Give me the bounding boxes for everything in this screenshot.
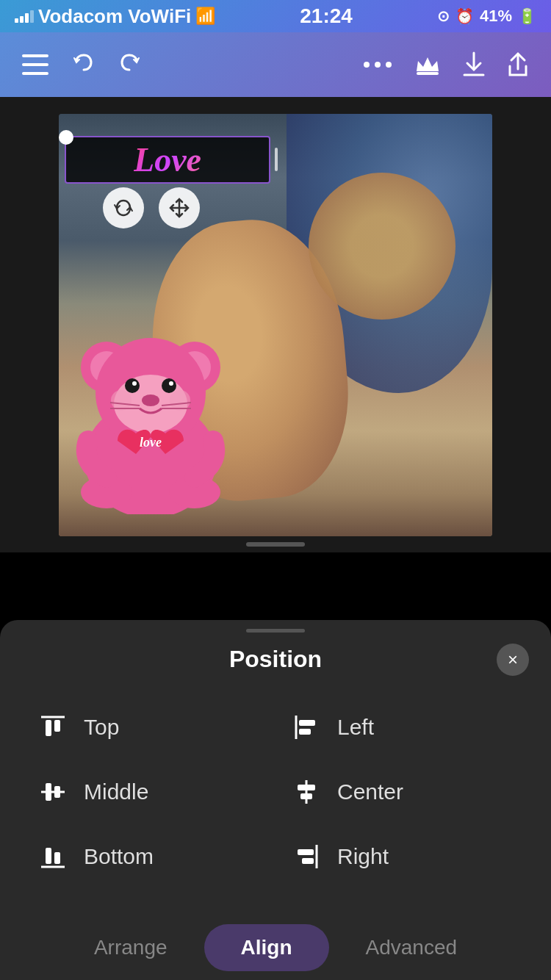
svg-rect-46 xyxy=(46,848,51,864)
status-right: ⊙ ⏰ 41% 🔋 xyxy=(437,7,536,26)
rotate-button[interactable] xyxy=(103,187,144,228)
tab-arrange[interactable]: Arrange xyxy=(57,924,204,971)
svg-rect-41 xyxy=(54,786,60,798)
crown-button[interactable] xyxy=(414,54,441,76)
close-icon: × xyxy=(508,649,518,670)
left-label: Left xyxy=(337,715,374,740)
svg-point-20 xyxy=(162,378,176,393)
tab-advanced[interactable]: Advanced xyxy=(329,924,494,971)
position-grid: Top Left Middle xyxy=(0,680,551,904)
center-align-icon xyxy=(290,776,323,808)
position-option-center[interactable]: Center xyxy=(276,760,529,824)
svg-point-5 xyxy=(386,62,392,68)
sheet-title: Position xyxy=(229,646,322,673)
position-option-middle[interactable]: Middle xyxy=(22,760,276,824)
bottom-label: Bottom xyxy=(84,844,154,869)
svg-rect-40 xyxy=(46,783,51,801)
sticker-resize-handle[interactable] xyxy=(275,148,278,171)
sheet-header: Position × xyxy=(0,633,551,680)
svg-rect-2 xyxy=(22,72,48,75)
svg-point-22 xyxy=(169,381,173,386)
middle-align-icon xyxy=(37,776,69,808)
center-label: Center xyxy=(337,779,403,804)
tab-bar: Arrange Align Advanced xyxy=(0,911,551,979)
undo-button[interactable] xyxy=(71,52,96,77)
download-button[interactable] xyxy=(463,51,485,78)
svg-point-24 xyxy=(111,390,132,411)
redo-button[interactable] xyxy=(118,52,143,77)
right-align-icon xyxy=(290,840,323,873)
position-option-top[interactable]: Top xyxy=(22,695,276,760)
more-button[interactable] xyxy=(363,61,392,68)
svg-rect-34 xyxy=(46,720,51,736)
bottom-align-icon xyxy=(37,840,69,873)
middle-label: Middle xyxy=(84,779,148,804)
menu-button[interactable] xyxy=(22,54,48,75)
svg-text:love: love xyxy=(140,435,162,450)
toolbar-left xyxy=(22,52,143,77)
svg-rect-37 xyxy=(299,720,315,726)
svg-point-19 xyxy=(125,378,140,393)
carrier-label: Vodacom VoWiFi xyxy=(38,5,191,28)
alarm-icon: ⏰ xyxy=(455,7,474,25)
sticker-handle-tl[interactable] xyxy=(59,130,73,145)
cat-head xyxy=(309,173,455,320)
canvas-controls xyxy=(103,187,200,228)
image-container[interactable]: Love xyxy=(59,114,492,536)
svg-point-21 xyxy=(132,381,137,386)
svg-rect-6 xyxy=(417,72,439,75)
canvas-area: Love xyxy=(0,97,551,552)
svg-rect-1 xyxy=(22,63,48,66)
position-option-bottom[interactable]: Bottom xyxy=(22,824,276,889)
bear-sticker[interactable]: love xyxy=(66,323,235,514)
svg-rect-38 xyxy=(299,729,311,735)
svg-rect-0 xyxy=(22,54,48,57)
svg-point-4 xyxy=(375,62,381,68)
bottom-sheet: Position × Top xyxy=(0,620,551,980)
battery-label: 41% xyxy=(480,7,512,26)
position-option-left[interactable]: Left xyxy=(276,695,529,760)
signal-icon xyxy=(15,10,34,23)
clock: 21:24 xyxy=(300,4,353,28)
svg-rect-47 xyxy=(54,852,60,864)
svg-rect-50 xyxy=(302,858,314,864)
svg-point-3 xyxy=(364,62,370,68)
position-option-right[interactable]: Right xyxy=(276,824,529,889)
svg-rect-49 xyxy=(298,849,314,855)
top-label: Top xyxy=(84,715,119,740)
drag-handle xyxy=(246,542,305,547)
svg-rect-35 xyxy=(54,720,60,732)
svg-point-23 xyxy=(142,394,159,406)
left-align-icon xyxy=(290,711,323,743)
tab-align[interactable]: Align xyxy=(204,924,329,971)
right-label: Right xyxy=(337,844,389,869)
screen-record-icon: ⊙ xyxy=(437,7,450,25)
battery-icon: 🔋 xyxy=(518,7,536,25)
status-left: Vodacom VoWiFi 📶 xyxy=(15,5,215,28)
love-text: Love xyxy=(134,140,201,179)
svg-rect-43 xyxy=(298,785,315,790)
move-button[interactable] xyxy=(159,187,200,228)
share-button[interactable] xyxy=(507,51,529,78)
status-bar: Vodacom VoWiFi 📶 21:24 ⊙ ⏰ 41% 🔋 xyxy=(0,0,551,32)
top-align-icon xyxy=(37,711,69,743)
toolbar xyxy=(0,32,551,97)
love-sticker[interactable]: Love xyxy=(65,136,270,184)
wifi-icon: 📶 xyxy=(195,7,215,26)
svg-rect-44 xyxy=(300,793,312,799)
close-button[interactable]: × xyxy=(497,644,529,676)
toolbar-right xyxy=(363,51,529,78)
svg-point-25 xyxy=(170,390,190,411)
